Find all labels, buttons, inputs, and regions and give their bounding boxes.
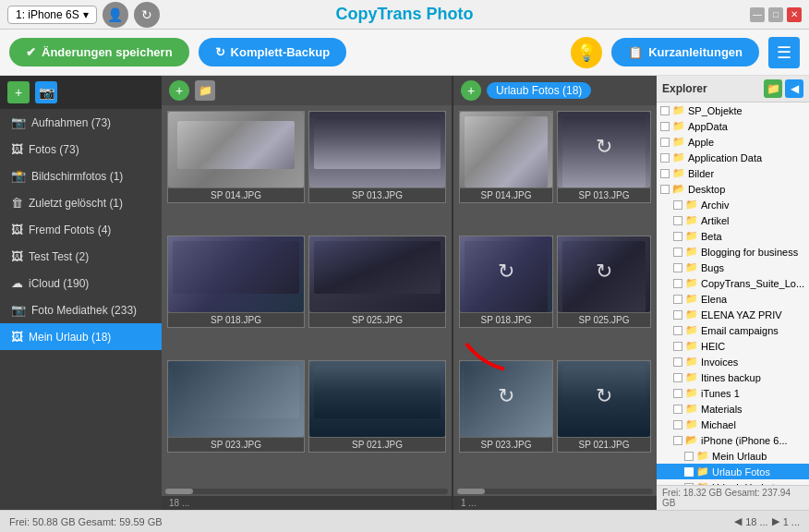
tree-item-blogging[interactable]: 📁 Blogging for business — [657, 244, 809, 260]
folder-icon: 📁 — [672, 167, 685, 179]
tree-item-elena-yaz[interactable]: 📁 ELENA YAZ PRIV — [657, 307, 809, 322]
tree-checkbox[interactable] — [673, 342, 682, 351]
tree-item-iphone[interactable]: 📂 iPhone (iPhone 6... — [657, 432, 809, 448]
photo-cell-sp023-right[interactable]: ↻ SP 023.JPG — [459, 360, 553, 453]
photo-cell-sp018-left[interactable]: SP 018.JPG — [167, 236, 305, 328]
sync-icon: ↻ — [498, 260, 514, 284]
sidebar-item-aufnahmen[interactable]: 📷 Aufnahmen (73) — [0, 109, 162, 136]
tree-checkbox[interactable] — [673, 216, 682, 225]
photo-cell-sp023-left[interactable]: SP 023.JPG — [167, 360, 305, 453]
device-selector[interactable]: 1: iPhone 6S ▾ — [7, 6, 97, 24]
tree-item-apple[interactable]: 📁 Apple — [657, 134, 809, 150]
photo-cell-sp014-left[interactable]: SP 014.JPG — [167, 111, 305, 203]
tree-checkbox[interactable] — [673, 405, 682, 414]
left-scrollbar[interactable] — [165, 489, 448, 494]
photo-cell-sp025-left[interactable]: SP 025.JPG — [308, 236, 446, 328]
tree-checkbox[interactable] — [660, 185, 670, 194]
sidebar-item-mediathek[interactable]: 📷 Foto Mediathek (233) — [0, 296, 162, 323]
explorer-collapse-button[interactable]: ◀ — [785, 79, 803, 98]
tutorial-button[interactable]: 📋 Kurzanleitungen — [611, 38, 759, 66]
close-button[interactable]: ✕ — [787, 7, 802, 22]
photo-cell-sp021-right[interactable]: ↻ SP 021.JPG — [557, 360, 651, 453]
photo-cell-sp025-right[interactable]: ↻ SP 025.JPG — [557, 236, 651, 328]
tree-checkbox[interactable] — [660, 153, 670, 163]
menu-button[interactable]: ☰ — [768, 37, 800, 68]
tree-item-beta[interactable]: 📁 Beta — [657, 228, 809, 244]
tree-item-michael[interactable]: 📁 Michael — [657, 417, 809, 432]
tree-item-elena[interactable]: 📁 Elena — [657, 291, 809, 307]
tree-checkbox[interactable] — [673, 279, 682, 288]
left-folder-button[interactable]: 📁 — [195, 80, 215, 101]
camera-icon[interactable]: 📷 — [35, 81, 57, 103]
photo-cell-sp014-right[interactable]: SP 014.JPG — [459, 111, 553, 203]
nav-prev-icon[interactable]: ◀ — [734, 515, 742, 527]
tree-item-urlaub-fotos[interactable]: 📁 Urlaub Fotos — [657, 464, 809, 479]
tree-checkbox[interactable] — [673, 295, 682, 304]
user-icon[interactable]: 👤 — [103, 2, 128, 28]
nav-next-icon[interactable]: ▶ — [772, 515, 779, 527]
tree-checkbox[interactable] — [673, 373, 682, 382]
explorer-status: Frei: 18.32 GB Gesamt: 237.94 GB — [657, 485, 809, 510]
right-scrollbar[interactable] — [457, 489, 653, 494]
tree-checkbox[interactable] — [673, 357, 682, 367]
tree-checkbox[interactable] — [684, 467, 694, 477]
explorer-add-button[interactable]: 📁 — [764, 79, 782, 98]
tree-checkbox[interactable] — [673, 248, 682, 257]
tree-checkbox[interactable] — [684, 452, 694, 461]
tree-checkbox[interactable] — [673, 420, 682, 429]
tree-item-archiv[interactable]: 📁 Archiv — [657, 197, 809, 212]
photo-cell-sp013-left[interactable]: SP 013.JPG — [308, 111, 446, 203]
tree-checkbox[interactable] — [673, 232, 682, 241]
tree-item-bugs[interactable]: 📁 Bugs — [657, 260, 809, 275]
tree-checkbox[interactable] — [673, 263, 682, 272]
sync-icon: ↻ — [596, 384, 612, 408]
minimize-button[interactable]: — — [750, 7, 765, 22]
tree-item-mein-urlaub[interactable]: 📁 Mein Urlaub — [657, 448, 809, 464]
sidebar-item-urlaub[interactable]: 🖼 Mein Urlaub (18) — [0, 323, 162, 350]
tree-label-email: Email campaigns — [701, 325, 779, 336]
left-add-button[interactable]: + — [169, 80, 189, 101]
tree-checkbox[interactable] — [660, 169, 670, 178]
tree-item-application-data[interactable]: 📁 Application Data — [657, 150, 809, 165]
sidebar-item-bildschirmfotos[interactable]: 📸 Bildschirmfotos (1) — [0, 163, 162, 189]
save-button[interactable]: ✔ Änderungen speichern — [9, 38, 189, 66]
add-album-button[interactable]: + — [7, 81, 30, 103]
tree-checkbox[interactable] — [673, 389, 682, 398]
statusbar: Frei: 50.88 GB Gesamt: 59.59 GB ◀ 18 ...… — [0, 510, 809, 532]
tree-item-artikel[interactable]: 📁 Artikel — [657, 212, 809, 228]
folder-icon: 📁 — [685, 199, 698, 211]
tree-item-bilder[interactable]: 📁 Bilder — [657, 165, 809, 181]
tree-item-appdata[interactable]: 📁 AppData — [657, 118, 809, 134]
refresh-icon[interactable]: ↻ — [134, 2, 160, 28]
tree-checkbox[interactable] — [673, 200, 682, 210]
backup-icon: ↻ — [215, 45, 225, 59]
sidebar-item-geloescht[interactable]: 🗑 Zuletzt gelöscht (1) — [0, 189, 162, 216]
folder-icon: 📁 — [685, 261, 698, 273]
tree-item-sp_objekte[interactable]: 📁 SP_Objekte — [657, 103, 809, 118]
lightbulb-button[interactable]: 💡 — [571, 37, 602, 68]
backup-button[interactable]: ↻ Komplett-Backup — [199, 38, 347, 66]
tree-item-copytrans[interactable]: 📁 CopyTrans_Suite_Lo... — [657, 275, 809, 291]
right-add-button[interactable]: + — [461, 80, 481, 101]
sidebar-item-testtest[interactable]: 🖼 Test Test (2) — [0, 243, 162, 270]
photo-cell-sp013-right[interactable]: ↻ SP 013.JPG — [557, 111, 651, 203]
sidebar-item-icloud[interactable]: ☁ iCloud (190) — [0, 270, 162, 296]
tree-checkbox[interactable] — [660, 138, 670, 147]
maximize-button[interactable]: □ — [768, 7, 783, 22]
tree-item-itunes[interactable]: 📁 iTunes 1 — [657, 385, 809, 401]
tree-item-desktop[interactable]: 📂 Desktop — [657, 181, 809, 197]
sidebar-item-fremd[interactable]: 🖼 Fremd Fotots (4) — [0, 216, 162, 243]
tree-item-materials[interactable]: 📁 Materials — [657, 401, 809, 417]
tree-checkbox[interactable] — [673, 436, 682, 445]
tree-item-heic[interactable]: 📁 HEIC — [657, 338, 809, 354]
photo-cell-sp021-left[interactable]: SP 021.JPG — [308, 360, 446, 453]
tree-checkbox[interactable] — [673, 326, 682, 335]
photo-cell-sp018-right[interactable]: ↻ SP 018.JPG — [459, 236, 553, 328]
tree-item-email[interactable]: 📁 Email campaigns — [657, 322, 809, 338]
sidebar-item-fotos[interactable]: 🖼 Fotos (73) — [0, 136, 162, 163]
tree-checkbox[interactable] — [673, 310, 682, 320]
tree-item-itines[interactable]: 📁 Itines backup — [657, 369, 809, 385]
tree-item-invoices[interactable]: 📁 Invoices — [657, 354, 809, 369]
tree-checkbox[interactable] — [660, 106, 670, 115]
tree-checkbox[interactable] — [660, 122, 670, 131]
